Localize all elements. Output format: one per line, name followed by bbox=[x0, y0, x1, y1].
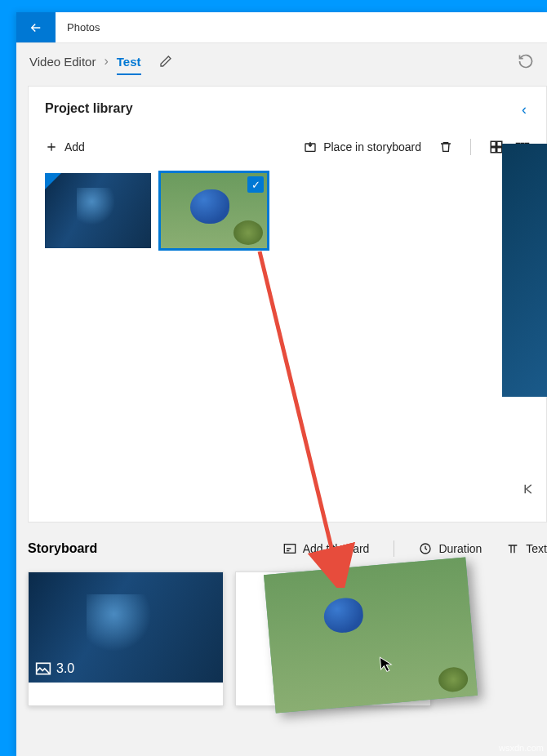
place-in-storyboard-button[interactable]: Place in storyboard bbox=[304, 140, 421, 153]
library-title: Project library bbox=[45, 101, 530, 116]
back-button[interactable] bbox=[16, 12, 56, 42]
library-thumbnails: ✓ bbox=[45, 173, 530, 248]
app-title: Photos bbox=[56, 12, 111, 42]
place-icon bbox=[304, 140, 317, 153]
text-icon bbox=[506, 542, 519, 555]
breadcrumb-current[interactable]: Test bbox=[117, 55, 141, 75]
place-label: Place in storyboard bbox=[323, 140, 421, 153]
trash-icon bbox=[439, 140, 452, 153]
title-card-label: Add title card bbox=[303, 542, 370, 555]
plus-icon bbox=[45, 140, 58, 153]
duration-button[interactable]: Duration bbox=[419, 542, 482, 555]
library-thumb-bird[interactable]: ✓ bbox=[161, 173, 267, 248]
add-title-card-button[interactable]: Add title card bbox=[283, 542, 370, 555]
svg-rect-4 bbox=[497, 148, 502, 153]
svg-rect-2 bbox=[497, 141, 502, 146]
watermark: wsxdn.com bbox=[499, 743, 544, 753]
svg-rect-3 bbox=[491, 148, 496, 153]
edit-icon[interactable] bbox=[159, 55, 172, 68]
duration-label: Duration bbox=[438, 542, 482, 555]
image-icon bbox=[35, 661, 51, 676]
clock-icon bbox=[419, 542, 432, 555]
chevron-right-icon: › bbox=[104, 54, 108, 69]
project-library-panel: Project library ‹ Add Place in storyboar… bbox=[28, 86, 547, 523]
toolbar-divider bbox=[470, 139, 471, 155]
add-label: Add bbox=[64, 140, 85, 153]
storyboard-toolbar: Storyboard Add title card Duration Text bbox=[28, 540, 547, 557]
titlebar: Photos bbox=[16, 12, 547, 43]
storyboard-clip[interactable]: 3.0 bbox=[28, 571, 224, 706]
clip-duration: 3.0 bbox=[35, 661, 74, 676]
drag-ghost-thumbnail bbox=[264, 558, 478, 714]
title-card-icon bbox=[283, 543, 296, 554]
step-back-icon[interactable] bbox=[521, 482, 536, 496]
add-button[interactable]: Add bbox=[45, 140, 85, 153]
photos-window: Photos Video Editor › Test Project libra… bbox=[16, 12, 547, 756]
storyboard-title: Storyboard bbox=[28, 541, 97, 556]
text-button[interactable]: Text bbox=[506, 542, 547, 555]
check-icon: ✓ bbox=[247, 176, 264, 193]
cursor-icon bbox=[379, 656, 394, 673]
video-fold-icon bbox=[45, 173, 61, 189]
delete-button[interactable] bbox=[439, 140, 452, 153]
library-thumb-gaming[interactable] bbox=[45, 173, 151, 248]
breadcrumb: Video Editor › Test bbox=[16, 43, 547, 79]
text-label: Text bbox=[526, 542, 547, 555]
back-arrow-icon bbox=[29, 20, 43, 35]
toolbar-divider bbox=[394, 540, 394, 557]
svg-rect-1 bbox=[491, 141, 496, 146]
collapse-chevron-icon[interactable]: ‹ bbox=[522, 101, 527, 118]
preview-pane bbox=[502, 144, 547, 397]
breadcrumb-root[interactable]: Video Editor bbox=[29, 55, 96, 69]
undo-button[interactable] bbox=[518, 53, 534, 69]
library-toolbar: Add Place in storyboard bbox=[45, 139, 530, 155]
